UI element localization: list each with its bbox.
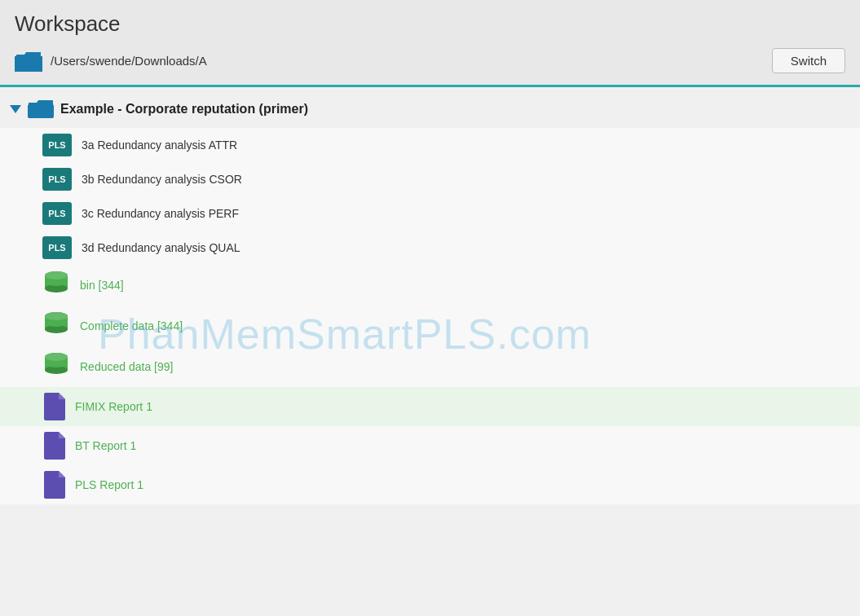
item-label: 3d Redundancy analysis QUAL: [82, 241, 240, 254]
workspace-path: /Users/swende/Downloads/A: [51, 54, 207, 68]
item-list: PLS 3a Redundancy analysis ATTR PLS 3b R…: [0, 128, 860, 504]
database-icon: [42, 352, 70, 381]
database-icon: [42, 271, 70, 300]
workspace-panel: Workspace /Users/swende/Downloads/A Swit…: [0, 0, 860, 616]
item-label: Complete data [344]: [80, 319, 183, 332]
document-icon: [42, 393, 65, 420]
list-item[interactable]: PLS 3a Redundancy analysis ATTR: [0, 128, 860, 162]
workspace-header: Workspace /Users/swende/Downloads/A Swit…: [0, 0, 860, 85]
pls-badge: PLS: [42, 134, 72, 156]
list-item[interactable]: bin [344]: [0, 265, 860, 306]
item-label: 3a Redundancy analysis ATTR: [82, 139, 237, 152]
workspace-content: Example - Corporate reputation (primer) …: [0, 87, 860, 504]
item-label: bin [344]: [80, 279, 124, 292]
svg-point-11: [45, 312, 68, 320]
item-label: FIMIX Report 1: [75, 400, 152, 413]
project-row[interactable]: Example - Corporate reputation (primer): [0, 87, 860, 128]
document-icon: [42, 432, 65, 460]
document-icon: [42, 471, 65, 499]
item-label: 3c Redundancy analysis PERF: [82, 207, 239, 220]
project-folder-icon: [28, 99, 54, 120]
list-item[interactable]: PLS Report 1: [0, 465, 860, 504]
item-label: 3b Redundancy analysis CSOR: [82, 173, 242, 186]
svg-rect-0: [15, 56, 42, 72]
svg-point-16: [45, 353, 68, 361]
pls-badge: PLS: [42, 236, 72, 259]
list-item[interactable]: PLS 3b Redundancy analysis CSOR: [0, 162, 860, 196]
chevron-down-icon: [10, 105, 21, 113]
workspace-path-left: /Users/swende/Downloads/A: [15, 50, 207, 73]
pls-badge: PLS: [42, 168, 72, 191]
list-item[interactable]: FIMIX Report 1: [0, 387, 860, 426]
list-item[interactable]: Complete data [344]: [0, 306, 860, 346]
item-label: PLS Report 1: [75, 478, 143, 491]
workspace-path-row: /Users/swende/Downloads/A Switch: [15, 45, 845, 77]
svg-point-6: [45, 271, 68, 279]
item-label: Reduced data [99]: [80, 360, 173, 373]
svg-rect-1: [28, 104, 54, 118]
pls-badge: PLS: [42, 202, 72, 225]
workspace-title: Workspace: [15, 11, 845, 37]
database-icon: [42, 311, 70, 341]
project-title: Example - Corporate reputation (primer): [60, 102, 308, 117]
folder-icon-large: [15, 50, 42, 73]
list-item[interactable]: Reduced data [99]: [0, 346, 860, 387]
item-label: BT Report 1: [75, 439, 136, 452]
list-item[interactable]: PLS 3d Redundancy analysis QUAL: [0, 231, 860, 265]
list-item[interactable]: BT Report 1: [0, 426, 860, 465]
list-item[interactable]: PLS 3c Redundancy analysis PERF: [0, 196, 860, 231]
switch-button[interactable]: Switch: [772, 48, 845, 73]
